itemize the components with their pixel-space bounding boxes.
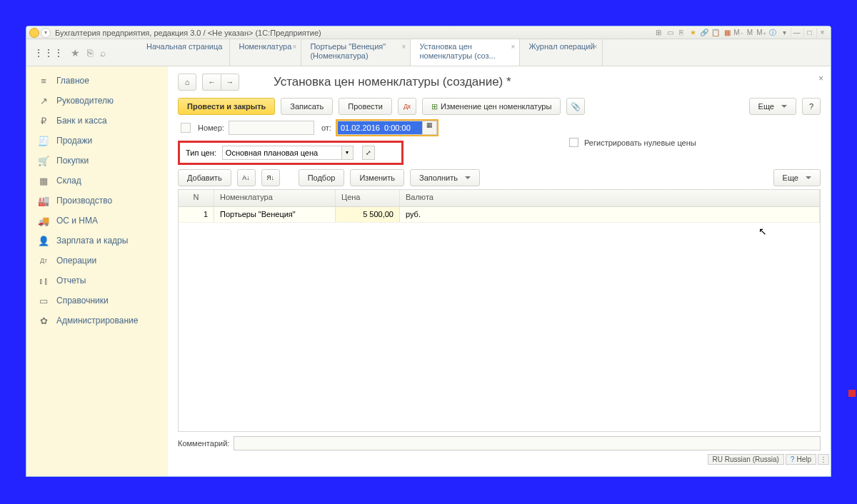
price-type-input[interactable]	[222, 146, 342, 160]
sidebar-item-reports[interactable]: ⫾⫿Отчеты	[26, 271, 168, 291]
tb-icon[interactable]: ▭	[665, 28, 675, 38]
save-button[interactable]: Записать	[281, 98, 333, 115]
minimize-icon[interactable]: —	[791, 28, 802, 38]
star-icon[interactable]: ★	[71, 47, 80, 59]
warehouse-icon: ▦	[38, 175, 49, 186]
open-ref-icon[interactable]: ⤢	[362, 146, 375, 160]
status-menu[interactable]: ⋮	[818, 454, 829, 465]
sidebar-item-operations[interactable]: ДтОперации	[26, 251, 168, 271]
number-label: Номер:	[198, 124, 224, 132]
tab-start[interactable]: Начальная страница	[138, 39, 230, 66]
sidebar-item-sales[interactable]: 🧾Продажи	[26, 131, 168, 151]
price-type-label: Тип цен:	[186, 148, 216, 157]
sidebar-item-label: Банк и касса	[56, 116, 107, 126]
gear-icon: ✿	[38, 315, 49, 326]
close-icon[interactable]: ×	[593, 42, 598, 51]
dropdown-icon[interactable]: ▾	[41, 28, 51, 38]
folder-icon: ▭	[38, 295, 49, 306]
post-close-button[interactable]: Провести и закрыть	[178, 98, 275, 115]
tb-icon[interactable]: 📋	[711, 28, 721, 38]
cell-currency: руб.	[400, 207, 820, 222]
post-button[interactable]: Провести	[339, 98, 392, 115]
tab-item[interactable]: Портьеры "Венеция" (Номенклатура)×	[301, 39, 411, 66]
tb-icon[interactable]: M	[745, 28, 755, 38]
tb-icon[interactable]: ⎘	[676, 28, 686, 38]
tab-journal[interactable]: Журнал операций×	[520, 39, 602, 66]
dropdown-icon[interactable]: ▾	[342, 146, 354, 160]
sidebar-item-production[interactable]: 🏭Производство	[26, 191, 168, 211]
col-currency[interactable]: Валюта	[400, 190, 820, 206]
grid-row[interactable]: 1 Портьеры "Венеция" 5 500,00 руб.	[179, 207, 820, 223]
tb-icon[interactable]: ▦	[722, 28, 732, 38]
toolbar-left: ⋮⋮⋮ ★ ⎘ ⌕	[26, 39, 138, 66]
help-button[interactable]: ?	[802, 98, 821, 115]
tb-icon[interactable]: M₋	[733, 28, 743, 38]
person-icon: 👤	[38, 235, 49, 246]
sidebar-item-admin[interactable]: ✿Администрирование	[26, 311, 168, 331]
tab-price-setup[interactable]: Установка цен номенклатуры (соз...×	[411, 39, 520, 66]
number-input[interactable]	[229, 121, 314, 135]
cell-nomenclature: Портьеры "Венеция"	[214, 207, 336, 222]
maximize-icon[interactable]: □	[803, 28, 815, 38]
close-icon[interactable]: ×	[402, 42, 406, 51]
dt-kt-button[interactable]: Дк	[398, 98, 416, 115]
date-highlight: ▦	[336, 119, 438, 136]
comment-input[interactable]	[234, 436, 821, 450]
page-close-icon[interactable]: ×	[818, 74, 823, 84]
sidebar-item-purchases[interactable]: 🛒Покупки	[26, 151, 168, 171]
more-button[interactable]: Еще	[749, 98, 796, 115]
sidebar-item-label: Операции	[56, 256, 96, 266]
sidebar-item-warehouse[interactable]: ▦Склад	[26, 171, 168, 191]
col-nomenclature[interactable]: Номенклатура	[214, 190, 336, 206]
home-button[interactable]: ⌂	[178, 74, 196, 91]
table-more-button[interactable]: Еще	[773, 169, 821, 186]
sidebar-item-label: Продажи	[56, 136, 92, 146]
forward-button[interactable]: →	[221, 74, 239, 91]
tb-icon[interactable]: ⓘ	[768, 28, 778, 38]
sidebar-item-label: Администрирование	[56, 316, 138, 326]
close-icon[interactable]: ×	[816, 28, 828, 38]
sidebar-item-label: Покупки	[56, 156, 89, 166]
help-indicator[interactable]: ?Help	[786, 454, 816, 465]
sidebar-item-salary[interactable]: 👤Зарплата и кадры	[26, 231, 168, 251]
page-title: Установка цен номенклатуры (создание) *	[274, 75, 511, 89]
close-icon[interactable]: ×	[293, 42, 297, 51]
locale-indicator[interactable]: RU Russian (Russia)	[708, 454, 784, 465]
close-icon[interactable]: ×	[511, 42, 516, 51]
titlebar-icons: ⊞ ▭ ⎘ ★ 🔗 📋 ▦ M₋ M M₊ ⓘ ▾ — □ ×	[653, 28, 828, 38]
tabs: Начальная страница Номенклатура× Портьер…	[138, 39, 831, 66]
price-type-select[interactable]: ▾	[222, 146, 354, 160]
back-button[interactable]: ←	[202, 74, 221, 91]
select-button[interactable]: Подбор	[299, 169, 345, 186]
sidebar-item-manager[interactable]: ↗Руководителю	[26, 91, 168, 111]
sidebar-item-main[interactable]: ≡Главное	[26, 71, 168, 91]
fill-button[interactable]: Заполнить	[410, 169, 480, 186]
sidebar-item-label: Производство	[56, 196, 112, 206]
col-n[interactable]: N	[179, 190, 214, 206]
change-button[interactable]: Изменить	[350, 169, 404, 186]
tb-icon[interactable]: ▾	[779, 28, 789, 38]
sort-asc-button[interactable]: A↓	[237, 169, 256, 186]
clipboard-icon[interactable]: ⎘	[87, 47, 93, 59]
attach-button[interactable]: 📎	[566, 98, 585, 115]
tb-icon[interactable]: ★	[688, 28, 698, 38]
sort-desc-button[interactable]: Я↓	[261, 169, 280, 186]
sidebar-item-catalogs[interactable]: ▭Справочники	[26, 291, 168, 311]
reg-zero-checkbox[interactable]	[569, 138, 578, 147]
search-icon[interactable]: ⌕	[100, 47, 106, 59]
tb-icon[interactable]: M₊	[756, 28, 766, 38]
sidebar-item-assets[interactable]: 🚚ОС и НМА	[26, 211, 168, 231]
sidebar-item-bank[interactable]: ₽Банк и касса	[26, 111, 168, 131]
date-input[interactable]	[337, 121, 423, 135]
red-marker	[848, 390, 856, 397]
menu-icon[interactable]: ⋮⋮⋮	[34, 47, 64, 59]
home-icon: ≡	[38, 75, 49, 86]
add-button[interactable]: Добавить	[178, 169, 231, 186]
sidebar-item-label: Главное	[56, 76, 89, 86]
tb-icon[interactable]: ⊞	[653, 28, 663, 38]
tb-icon[interactable]: 🔗	[699, 28, 709, 38]
col-price[interactable]: Цена	[336, 190, 400, 206]
tab-nomenclature[interactable]: Номенклатура×	[230, 39, 301, 66]
price-change-button[interactable]: ⊞Изменение цен номенклатуры	[422, 98, 561, 115]
calendar-icon[interactable]: ▦	[423, 121, 437, 135]
